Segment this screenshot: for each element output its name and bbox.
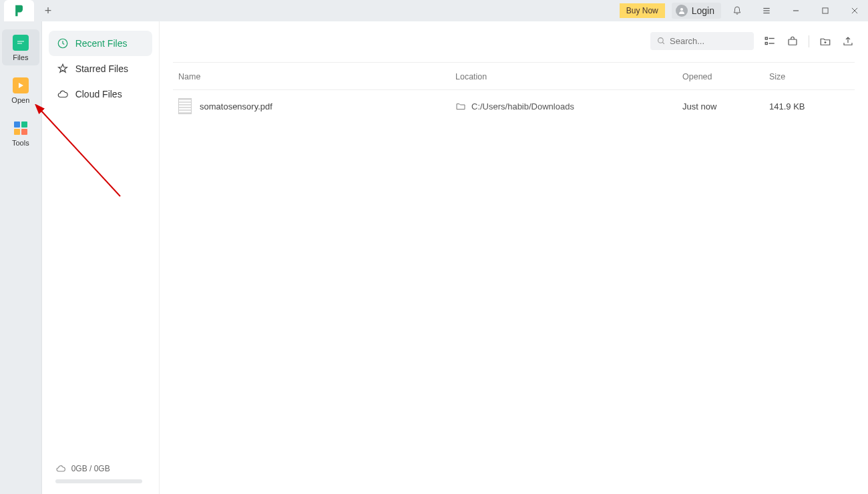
svg-rect-8 xyxy=(16,39,25,46)
tools-icon xyxy=(13,120,29,136)
table-header: Name Location Opened Size xyxy=(173,62,855,90)
file-thumbnail xyxy=(178,98,192,114)
maximize-button[interactable] xyxy=(812,0,839,21)
svg-rect-5 xyxy=(823,8,828,13)
cloud-icon xyxy=(57,88,69,100)
nav-tools[interactable]: Tools xyxy=(2,115,39,151)
nav-files[interactable]: Files xyxy=(2,29,39,65)
close-button[interactable] xyxy=(841,0,868,21)
storage-text: 0GB / 0GB xyxy=(71,464,110,473)
app-logo-icon xyxy=(13,4,26,17)
search-box[interactable] xyxy=(650,32,754,50)
col-name[interactable]: Name xyxy=(178,72,455,81)
svg-rect-19 xyxy=(765,42,767,44)
login-button[interactable]: Login xyxy=(672,3,721,19)
bell-icon[interactable] xyxy=(724,0,750,21)
file-name: somatosensory.pdf xyxy=(200,101,272,111)
sidebar-cloud-files[interactable]: Cloud Files xyxy=(49,81,152,107)
col-size[interactable]: Size xyxy=(769,72,849,81)
svg-point-0 xyxy=(680,8,683,11)
content-area: Name Location Opened Size somatosensory.… xyxy=(160,21,868,494)
sidebar-cloud-label: Cloud Files xyxy=(75,89,122,99)
file-size: 141.9 KB xyxy=(769,101,849,111)
search-icon xyxy=(657,37,666,45)
files-icon xyxy=(13,35,29,51)
storage-bar xyxy=(55,479,142,483)
nav-rail: Files Open Tools xyxy=(0,21,42,494)
list-view-icon[interactable] xyxy=(763,35,777,48)
file-location: C:/Users/habib/Downloads xyxy=(471,101,574,111)
svg-rect-12 xyxy=(21,121,27,128)
nav-files-label: Files xyxy=(13,53,28,61)
tab-area: + xyxy=(0,0,58,21)
open-icon xyxy=(13,77,29,93)
star-icon xyxy=(57,63,69,75)
login-label: Login xyxy=(692,5,714,16)
cloud-storage-icon xyxy=(55,463,66,474)
sidebar-recent-label: Recent Files xyxy=(75,38,128,49)
sidebar-starred-files[interactable]: Starred Files xyxy=(49,56,152,81)
minimize-button[interactable] xyxy=(783,0,809,21)
file-row[interactable]: somatosensory.pdf C:/Users/habib/Downloa… xyxy=(173,90,855,122)
buy-now-button[interactable]: Buy Now xyxy=(620,3,665,18)
new-folder-icon[interactable] xyxy=(819,35,832,48)
nav-open-label: Open xyxy=(11,96,29,104)
new-tab-button[interactable]: + xyxy=(38,1,58,21)
file-opened: Just now xyxy=(682,101,769,111)
titlebar: + Buy Now Login xyxy=(0,0,868,21)
search-input[interactable] xyxy=(670,36,743,46)
svg-rect-13 xyxy=(14,129,20,135)
svg-rect-22 xyxy=(789,39,797,45)
folder-icon xyxy=(455,101,466,111)
toolbar-separator xyxy=(809,35,809,47)
hamburger-menu-icon[interactable] xyxy=(753,0,780,21)
clock-icon xyxy=(57,37,69,49)
storage-info: 0GB / 0GB xyxy=(49,458,152,479)
sidebar: Recent Files Starred Files Cloud Files 0… xyxy=(42,21,160,494)
sidebar-recent-files[interactable]: Recent Files xyxy=(49,31,152,56)
svg-point-16 xyxy=(658,38,664,43)
svg-rect-18 xyxy=(765,37,767,39)
nav-open[interactable]: Open xyxy=(2,72,39,108)
avatar-icon xyxy=(676,5,688,17)
col-opened[interactable]: Opened xyxy=(682,72,769,81)
col-location[interactable]: Location xyxy=(455,72,682,81)
upload-icon[interactable] xyxy=(841,35,855,48)
sidebar-starred-label: Starred Files xyxy=(75,63,128,74)
svg-line-17 xyxy=(662,42,664,44)
toolbox-icon[interactable] xyxy=(786,35,799,48)
svg-rect-14 xyxy=(21,129,27,135)
toolbar xyxy=(173,32,855,54)
nav-tools-label: Tools xyxy=(12,139,29,147)
svg-rect-11 xyxy=(14,121,20,128)
tab-home[interactable] xyxy=(4,0,34,21)
